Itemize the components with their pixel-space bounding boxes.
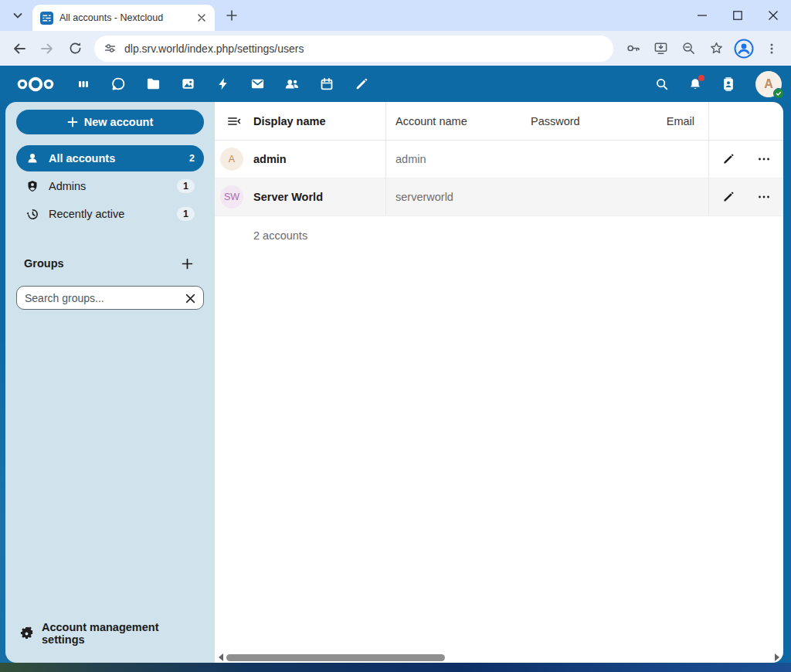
new-account-button[interactable]: New account: [16, 110, 204, 134]
table-header: Display name Account name Password Email: [215, 102, 783, 141]
column-display-name[interactable]: Display name: [253, 102, 386, 140]
display-name[interactable]: Server World: [253, 178, 386, 216]
avatar: A: [220, 148, 243, 171]
settings-label: Account management settings: [42, 621, 201, 646]
new-account-label: New account: [84, 116, 153, 128]
groups-label: Groups: [24, 257, 178, 270]
groups-header: Groups: [16, 252, 204, 275]
column-password[interactable]: Password: [531, 115, 660, 127]
sidebar-item-recently-active[interactable]: Recently active 1: [16, 201, 204, 227]
dashboard-icon[interactable]: [76, 76, 91, 92]
zoom-out-icon[interactable]: [675, 36, 701, 62]
back-button[interactable]: [6, 36, 32, 62]
gear-icon: [19, 626, 34, 641]
nextcloud-settings-favicon: [40, 12, 53, 25]
address-bar[interactable]: dlp.srv.world/index.php/settings/users: [94, 36, 613, 62]
user-avatar[interactable]: A: [755, 71, 782, 97]
forward-button[interactable]: [34, 36, 60, 62]
clear-search-icon[interactable]: [181, 289, 199, 307]
app-card: New account All accounts 2 Admins 1: [5, 102, 783, 663]
reload-button[interactable]: [62, 36, 88, 62]
plus-icon: [67, 117, 78, 127]
account-name[interactable]: serverworld: [386, 191, 531, 203]
column-actions: [708, 102, 783, 140]
notes-icon[interactable]: [354, 76, 369, 92]
bookmark-star-icon[interactable]: [703, 36, 729, 62]
sidebar-item-admins[interactable]: Admins 1: [16, 173, 204, 199]
browser-window: All accounts - Nextcloud dlp.srv.world/i…: [0, 0, 791, 672]
add-group-icon[interactable]: [178, 254, 196, 273]
count-badge: 1: [177, 179, 195, 193]
site-settings-icon[interactable]: [104, 42, 117, 55]
nextcloud-header: A: [0, 66, 791, 102]
contacts-menu-icon[interactable]: [721, 76, 736, 92]
horizontal-scrollbar[interactable]: [215, 652, 783, 663]
edit-pencil-icon[interactable]: [713, 144, 744, 175]
app-menu: [76, 76, 369, 92]
shield-account-icon: [25, 179, 39, 193]
install-app-icon[interactable]: [647, 36, 674, 62]
column-account-name[interactable]: Account name: [386, 115, 531, 127]
sidebar-item-label: Admins: [49, 180, 168, 192]
tab-strip: All accounts - Nextcloud: [0, 0, 791, 31]
toggle-navigation-icon[interactable]: [215, 102, 253, 140]
avatar-initial: A: [764, 77, 773, 91]
display-name[interactable]: admin: [253, 141, 386, 178]
status-online-badge: [773, 88, 784, 99]
account-icon: [25, 151, 39, 165]
count-badge: 1: [177, 207, 195, 221]
table-row-serverworld[interactable]: SW Server World serverworld: [215, 178, 783, 216]
accounts-count-caption: 2 accounts: [215, 216, 783, 242]
contacts-icon[interactable]: [284, 76, 300, 92]
more-actions-kebab-icon[interactable]: [749, 144, 779, 175]
sidebar-item-label: All accounts: [49, 152, 180, 165]
maximize-button[interactable]: [720, 0, 755, 31]
calendar-icon[interactable]: [319, 76, 334, 92]
minimize-button[interactable]: [684, 0, 720, 31]
group-search: [16, 286, 204, 310]
history-icon: [25, 207, 39, 221]
scrollbar-track[interactable]: [225, 653, 773, 661]
row-actions: [708, 178, 783, 216]
url-text[interactable]: dlp.srv.world/index.php/settings/users: [124, 42, 304, 55]
sidebar: New account All accounts 2 Admins 1: [5, 102, 215, 663]
accounts-content: Display name Account name Password Email…: [215, 102, 783, 663]
unified-search-icon[interactable]: [654, 76, 670, 92]
window-controls: [684, 0, 791, 31]
app-background: New account All accounts 2 Admins 1: [0, 102, 791, 672]
edit-pencil-icon[interactable]: [713, 182, 744, 212]
tab-close-icon[interactable]: [195, 11, 209, 25]
notifications-bell-icon[interactable]: [687, 76, 703, 92]
account-name[interactable]: admin: [386, 153, 531, 165]
count-badge: 2: [189, 153, 195, 164]
browser-menu-kebab-icon[interactable]: [759, 36, 785, 62]
browser-toolbar: dlp.srv.world/index.php/settings/users: [0, 31, 791, 66]
nextcloud-logo[interactable]: [15, 74, 56, 94]
table-row-admin[interactable]: A admin admin: [215, 141, 783, 178]
sidebar-item-all-accounts[interactable]: All accounts 2: [16, 145, 204, 171]
chevron-down-icon: [12, 10, 23, 21]
avatar-cell: SW: [215, 178, 253, 216]
password-manager-icon[interactable]: [620, 36, 646, 62]
account-management-settings[interactable]: Account management settings: [12, 612, 209, 657]
more-actions-kebab-icon[interactable]: [749, 182, 779, 212]
scrollbar-thumb[interactable]: [226, 654, 445, 661]
avatar-cell: A: [215, 141, 253, 178]
search-groups-input[interactable]: [16, 286, 204, 310]
files-icon[interactable]: [145, 76, 161, 92]
notification-dot: [698, 75, 704, 81]
scroll-left-arrow[interactable]: [217, 653, 225, 661]
activity-icon[interactable]: [215, 76, 230, 92]
column-email[interactable]: Email: [667, 115, 708, 127]
row-actions: [708, 141, 783, 178]
browser-profile-button[interactable]: [731, 36, 757, 62]
talk-icon[interactable]: [110, 76, 126, 92]
mail-icon[interactable]: [250, 76, 265, 92]
tab-search-button[interactable]: [6, 4, 29, 27]
close-button[interactable]: [755, 0, 791, 31]
header-right: A: [654, 71, 782, 97]
scroll-right-arrow[interactable]: [773, 653, 781, 661]
browser-tab[interactable]: All accounts - Nextcloud: [32, 5, 215, 31]
photos-icon[interactable]: [180, 76, 195, 92]
new-tab-button[interactable]: [221, 5, 243, 26]
